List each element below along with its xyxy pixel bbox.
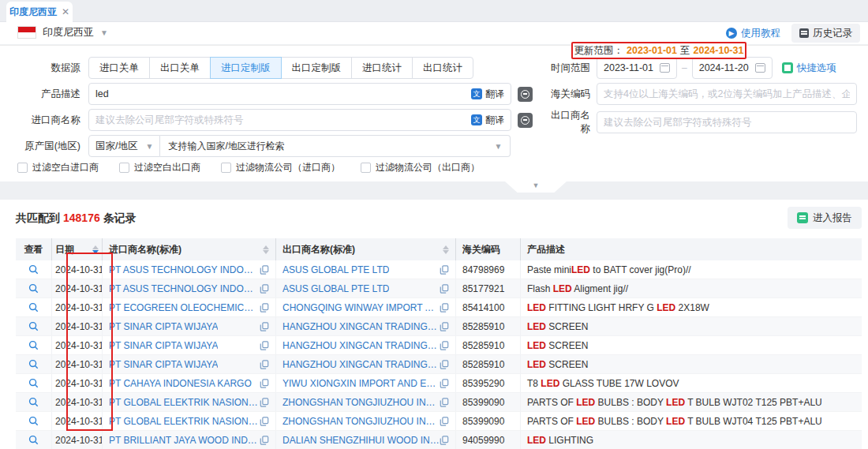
country-selector[interactable]: 印度尼西亚 ▼	[17, 25, 108, 39]
product-desc-input[interactable]: led 文 翻译	[88, 83, 511, 105]
calendar-icon	[660, 63, 670, 73]
date-end-input[interactable]: 2024-11-20	[692, 57, 773, 79]
importer-link[interactable]: PT SINAR CIPTA WIJAYA	[109, 321, 218, 332]
history-button[interactable]: 历史记录	[791, 24, 860, 43]
exporter-link[interactable]: ASUS GLOBAL PTE LTD	[282, 264, 389, 275]
copy-icon[interactable]	[260, 265, 269, 275]
copy-icon[interactable]	[260, 436, 269, 445]
importer-link[interactable]: PT SINAR CIPTA WIJAYA	[109, 340, 218, 351]
importer-link[interactable]: PT ASUS TECHNOLOGY INDONESIA BA...	[109, 283, 260, 294]
view-cell[interactable]	[16, 412, 52, 430]
origin-search-input[interactable]: 支持输入国家/地区进行检索 ▼	[160, 135, 511, 157]
exporter-link[interactable]: HANGZHOU XINGCAN TRADING CO LTD	[282, 321, 440, 332]
sort-carets-icon[interactable]	[263, 245, 269, 254]
checkbox-icon[interactable]	[361, 163, 371, 173]
checkbox-icon[interactable]	[17, 163, 28, 173]
checkbox-icon[interactable]	[119, 163, 129, 173]
sort-carets-icon[interactable]	[92, 245, 99, 254]
copy-icon[interactable]	[440, 398, 449, 407]
view-detail-icon[interactable]	[28, 435, 39, 445]
datasource-tab-进口定制版[interactable]: 进口定制版	[210, 57, 282, 79]
copy-icon[interactable]	[260, 417, 269, 426]
copy-icon[interactable]	[440, 379, 449, 388]
copy-icon[interactable]	[440, 341, 449, 350]
datasource-tab-出口定制版[interactable]: 出口定制版	[281, 57, 353, 79]
product-desc-cell: LED FITTING LIGHT HRFY G LED 2X18W	[521, 298, 862, 316]
importer-input[interactable]: 建议去除公司尾部字符或特殊符号 文 翻译	[88, 109, 511, 131]
datasource-tab-进口关单[interactable]: 进口关单	[88, 57, 150, 79]
exporter-link[interactable]: CHONGQING WINWAY IMPORT AND E...	[282, 302, 440, 313]
translate-button[interactable]: 文 翻译	[471, 88, 504, 101]
filter-checkbox-2[interactable]: 过滤物流公司（进口商）	[221, 161, 340, 174]
exporter-input[interactable]: 建议去除公司尾部字符或特殊符号	[597, 111, 857, 133]
exporter-link[interactable]: ASUS GLOBAL PTE LTD	[282, 283, 389, 294]
exporter-link[interactable]: DALIAN SHENGZHIHUI WOOD INDUST...	[282, 435, 440, 446]
copy-icon[interactable]	[440, 436, 449, 445]
view-cell[interactable]	[16, 355, 52, 373]
country-tab[interactable]: 印度尼西亚 ✕	[6, 2, 73, 22]
datasource-tab-出口统计[interactable]: 出口统计	[412, 57, 473, 79]
view-detail-icon[interactable]	[28, 416, 39, 426]
datasource-tab-进口统计[interactable]: 进口统计	[351, 57, 413, 79]
copy-icon[interactable]	[440, 360, 449, 369]
sort-carets-icon[interactable]	[443, 245, 449, 254]
view-cell[interactable]	[16, 298, 52, 316]
importer-link[interactable]: PT GLOBAL ELEKTRIK NASIONAL	[109, 416, 260, 427]
importer-link[interactable]: PT ASUS TECHNOLOGY INDONESIA BA...	[109, 264, 260, 275]
copy-icon[interactable]	[440, 284, 449, 294]
filter-checkbox-0[interactable]: 过滤空白进口商	[17, 161, 99, 174]
copy-icon[interactable]	[440, 417, 449, 426]
close-icon[interactable]: ✕	[62, 6, 69, 17]
origin-type-select[interactable]: 国家/地区 ▼	[88, 135, 160, 157]
copy-icon[interactable]	[440, 303, 449, 312]
view-cell[interactable]	[16, 317, 52, 335]
importer-link[interactable]: PT CAHAYA INDONESIA KARGO	[109, 378, 252, 389]
copy-icon[interactable]	[260, 398, 269, 407]
tutorial-link[interactable]: ▶ 使用教程	[726, 27, 780, 40]
filter-checkbox-1[interactable]: 过滤空白出口商	[119, 161, 200, 174]
datasource-tab-出口关单[interactable]: 出口关单	[149, 57, 211, 79]
copy-icon[interactable]	[260, 360, 269, 369]
exporter-link[interactable]: HANGZHOU XINGCAN TRADING CO LTD	[282, 340, 440, 351]
exporter-link[interactable]: ZHONGSHAN TONGJIUZHOU INTERNA...	[282, 416, 440, 427]
translate-button[interactable]: 文 翻译	[471, 114, 504, 127]
enter-report-button[interactable]: 进入报告	[788, 207, 862, 229]
view-cell[interactable]	[16, 336, 52, 354]
importer-link[interactable]: PT BRILLIANT JAYA WOOD INDUSTRY	[109, 435, 260, 446]
copy-icon[interactable]	[260, 341, 269, 350]
filter-checkbox-3[interactable]: 过滤物流公司（出口商）	[361, 161, 480, 174]
view-detail-icon[interactable]	[28, 340, 39, 350]
view-detail-icon[interactable]	[28, 283, 39, 294]
view-detail-icon[interactable]	[28, 264, 39, 275]
importer-link[interactable]: PT GLOBAL ELEKTRIK NASIONAL	[109, 397, 260, 408]
importer-link[interactable]: PT SINAR CIPTA WIJAYA	[109, 359, 218, 370]
view-cell[interactable]	[16, 260, 52, 279]
exporter-link[interactable]: HANGZHOU XINGCAN TRADING CO LTD	[282, 359, 440, 370]
copy-icon[interactable]	[440, 265, 449, 275]
hs-code-input[interactable]: 支持4位以上海关编码，或2位海关编码加上产品描述、企业名称的任意信息	[597, 83, 857, 105]
view-detail-icon[interactable]	[28, 397, 39, 407]
quick-options-link[interactable]: 快捷选项	[782, 62, 836, 75]
view-cell[interactable]	[16, 374, 52, 392]
checkbox-icon[interactable]	[221, 163, 231, 173]
exact-match-icon[interactable]	[518, 87, 533, 102]
copy-icon[interactable]	[440, 322, 449, 331]
chevron-down-icon[interactable]: ▼	[100, 28, 108, 37]
view-cell[interactable]	[16, 393, 52, 411]
view-detail-icon[interactable]	[28, 359, 39, 369]
copy-icon[interactable]	[260, 284, 269, 294]
view-detail-icon[interactable]	[28, 321, 39, 331]
importer-link[interactable]: PT ECOGREEN OLEOCHEMICALS	[109, 302, 260, 313]
view-cell[interactable]	[16, 431, 52, 449]
exporter-link[interactable]: YIWU XIONGXIN IMPORT AND EXPORT...	[282, 378, 440, 389]
copy-icon[interactable]	[260, 303, 269, 312]
copy-icon[interactable]	[260, 379, 269, 388]
date-start-input[interactable]: 2023-11-01	[597, 57, 677, 79]
exporter-link[interactable]: ZHONGSHAN TONGJIUZHOU INTERNA...	[282, 397, 440, 408]
view-detail-icon[interactable]	[28, 302, 39, 312]
exact-match-icon[interactable]	[518, 113, 533, 128]
count-value: 148176	[60, 211, 103, 224]
copy-icon[interactable]	[260, 322, 269, 331]
view-detail-icon[interactable]	[28, 378, 39, 388]
view-cell[interactable]	[16, 279, 52, 297]
